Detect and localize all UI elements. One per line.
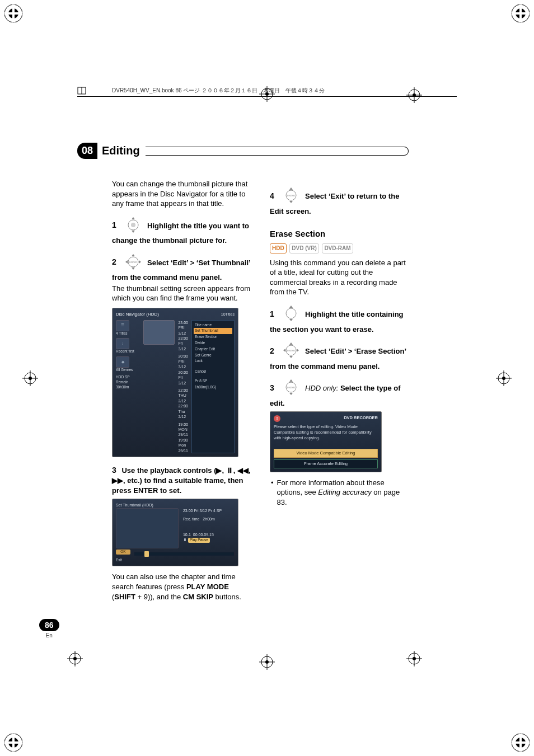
svg-point-47	[131, 223, 135, 227]
enter-icon	[282, 305, 301, 325]
step-1: 1 Highlight the title you want to change…	[112, 217, 251, 246]
svg-text:ENTER: ENTER	[288, 349, 296, 352]
svg-marker-49	[132, 231, 135, 233]
chapter-title: Editing	[102, 144, 140, 157]
step-4: 4 ENTER Select ‘Exit’ to return to the E…	[270, 187, 409, 216]
svg-point-60	[286, 308, 296, 318]
reg-mark-icon	[3, 732, 24, 753]
svg-rect-15	[512, 741, 530, 744]
enter-icon	[124, 217, 143, 236]
svg-marker-55	[139, 260, 141, 264]
svg-marker-72	[289, 393, 293, 395]
svg-rect-11	[4, 741, 22, 744]
crosshair-icon	[496, 370, 512, 386]
svg-marker-67	[283, 349, 285, 352]
erase-step-3: 3 ENTER HDD only: Select the type of edi…	[270, 379, 409, 408]
reg-mark-icon	[510, 3, 531, 24]
svg-marker-58	[289, 187, 293, 190]
dialog-option-1: Video Mode Compatible Editing	[274, 449, 378, 458]
erase-intro: Using this command you can delete a part…	[270, 258, 409, 297]
framemaker-header: DVR540H_WV_EN.book 86 ページ ２００６年２月１６日 木曜日…	[77, 86, 457, 97]
svg-rect-3	[4, 12, 22, 15]
step-3: 3 Use the playback controls (▶, ⏸, ◀◀, ▶…	[112, 465, 251, 495]
left-column: You can change the thumbnail picture tha…	[112, 179, 251, 606]
svg-marker-62	[289, 319, 293, 321]
chapter-rule	[146, 147, 409, 156]
svg-marker-48	[132, 217, 135, 219]
page-number: 86	[39, 619, 59, 631]
reg-mark-icon	[3, 3, 24, 24]
page-lang: En	[39, 632, 59, 638]
crosshair-icon	[67, 651, 83, 666]
book-line-text: DVR540H_WV_EN.book 86 ページ ２００６年２月１６日 木曜日…	[112, 87, 325, 95]
erase-step-1: 1 Highlight the title containing the sec…	[270, 305, 409, 334]
svg-marker-65	[289, 342, 293, 345]
enter-icon: ENTER	[124, 253, 143, 273]
media-badges: HDD DVD (VR) DVD-RAM	[270, 243, 409, 253]
chapter-header: 08 Editing	[77, 143, 409, 159]
crosshair-icon	[22, 370, 38, 386]
erase-step-2: 2 ENTER Select ‘Edit’ > ‘Erase Section’ …	[270, 342, 409, 371]
svg-text:ENTER: ENTER	[130, 261, 138, 264]
chapter-number: 08	[77, 143, 97, 159]
crosshair-icon	[259, 654, 275, 670]
warning-icon: !	[274, 415, 280, 422]
erase-section-heading: Erase Section	[270, 228, 409, 240]
crosshair-icon	[406, 651, 422, 666]
svg-point-23	[502, 377, 505, 380]
svg-marker-59	[289, 201, 293, 203]
svg-text:ENTER: ENTER	[288, 386, 296, 389]
set-thumbnail-screenshot: Set Thumbnail (HDD) 23:00 Fri 3/12 Pr 4 …	[112, 499, 238, 566]
disc-navigator-screenshot: Disc Navigator (HDD) 10Titles ☰ 4 Titles…	[112, 308, 238, 457]
svg-marker-68	[297, 349, 299, 352]
svg-marker-61	[289, 306, 293, 308]
svg-marker-66	[289, 356, 293, 358]
enter-icon: ENTER	[282, 187, 301, 206]
context-menu: Title name Set Thumbnail Erase Section D…	[191, 320, 235, 454]
intro-text: You can change the thumbnail picture tha…	[112, 179, 251, 209]
edit-type-dialog: ! DVD RECORDER Please select the type of…	[270, 411, 382, 472]
svg-point-35	[73, 657, 77, 660]
svg-marker-52	[132, 254, 135, 256]
page-footer: 86 En	[39, 619, 59, 638]
svg-point-39	[413, 657, 416, 660]
bullet-note: • For more information about these optio…	[270, 478, 409, 508]
reg-mark-icon	[510, 732, 531, 753]
step-2: 2 ENTER Select ‘Edit’ > ‘Set Thumbnail’ …	[112, 253, 251, 283]
after-panel2-text: You can also use the chapter and time se…	[112, 572, 251, 602]
svg-text:ENTER: ENTER	[288, 194, 296, 197]
dialog-option-2: Frame Accurate Editing	[274, 459, 378, 468]
book-icon	[77, 86, 86, 95]
svg-marker-53	[132, 267, 135, 270]
svg-marker-54	[125, 260, 128, 264]
svg-point-19	[29, 377, 32, 380]
svg-rect-7	[512, 12, 530, 15]
svg-point-31	[265, 660, 269, 664]
step2-after: The thumbnail setting screen appears fro…	[112, 284, 251, 303]
right-column: 4 ENTER Select ‘Exit’ to return to the E…	[270, 179, 409, 606]
enter-icon: ENTER	[282, 342, 301, 361]
svg-marker-71	[289, 379, 293, 382]
enter-icon: ENTER	[282, 379, 301, 398]
